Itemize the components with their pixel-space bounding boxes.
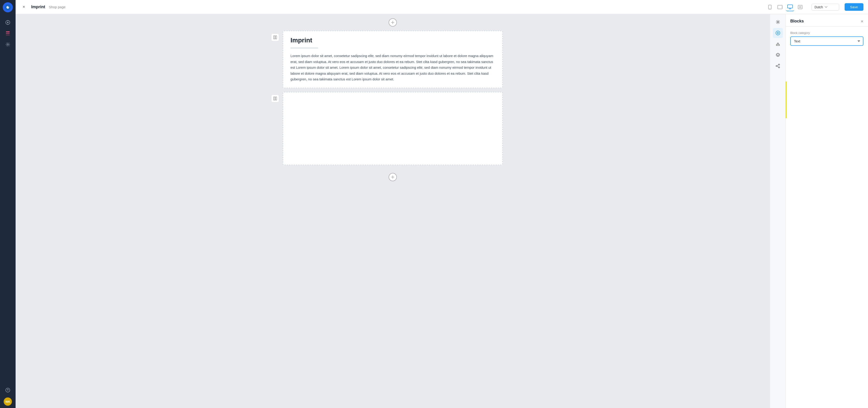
svg-point-12 [770,8,770,9]
sidebar-item-settings[interactable] [3,40,12,49]
svg-rect-7 [6,35,10,35]
top-header: × Imprint Shop page [16,0,868,14]
sidebar-item-dashboard[interactable] [3,18,12,27]
add-block-row-top [283,14,503,31]
settings-panel-button[interactable] [773,17,783,27]
sidebar-nav: WK [0,0,16,408]
blocks-panel: Blocks × Block category Text Media Layou… [785,14,868,408]
page-editor[interactable]: Imprint Lorem ipsum dolor sit amet, cons… [16,14,770,408]
block-layout-icon[interactable] [271,33,279,41]
block-body-text: Lorem ipsum dolor sit amet, consetetur s… [290,53,495,82]
svg-rect-6 [6,33,10,34]
empty-content-block [283,92,503,165]
block-divider [290,48,318,48]
save-button[interactable]: Save [845,3,863,11]
svg-point-2 [7,22,8,23]
edit-panel-button[interactable] [773,39,783,49]
add-panel-button[interactable] [773,28,783,38]
svg-point-28 [776,66,777,67]
svg-point-24 [777,21,779,23]
empty-block-toolbar [271,95,279,102]
mobile-view-button[interactable] [766,3,774,11]
close-button[interactable]: × [20,3,28,11]
svg-rect-21 [275,36,277,39]
app-logo[interactable] [3,2,13,12]
svg-rect-26 [776,44,779,45]
svg-line-30 [777,66,778,67]
blocks-panel-header: Blocks × [786,14,868,27]
page-title: Imprint [31,5,45,9]
svg-rect-5 [6,31,10,32]
add-block-row-bottom [283,169,503,185]
block-toolbar [271,33,279,41]
empty-block-layout-icon[interactable] [271,95,279,102]
device-switcher [766,3,804,11]
tablet-view-button[interactable] [776,3,784,11]
language-selector[interactable]: Dutch [812,4,839,10]
share-panel-button[interactable] [773,61,783,71]
blocks-panel-body: Block category Text Media Layout Forms [786,27,868,50]
add-block-button-bottom[interactable] [389,173,397,181]
right-icon-panel [770,14,785,408]
block-title: Imprint [290,37,495,44]
svg-point-27 [778,64,779,65]
svg-point-14 [781,7,782,7]
svg-rect-22 [274,97,275,100]
layers-panel-button[interactable] [773,50,783,60]
svg-point-8 [7,44,8,45]
svg-rect-15 [787,5,793,8]
desktop-view-button[interactable] [786,3,794,11]
sidebar-help-icon[interactable] [3,385,12,395]
svg-rect-23 [275,97,277,100]
blocks-panel-close-button[interactable]: × [861,19,863,24]
blocks-panel-title: Blocks [790,19,804,24]
page-subtitle: Shop page [49,5,66,9]
svg-point-10 [7,391,8,391]
block-category-select[interactable]: Text Media Layout Forms [790,36,863,46]
sidebar-item-pages[interactable] [3,29,12,38]
list-view-button[interactable] [796,3,804,11]
add-block-button-top[interactable] [389,18,397,27]
svg-point-29 [778,67,779,68]
svg-rect-20 [274,36,275,39]
user-avatar[interactable]: WK [4,398,12,406]
svg-line-31 [777,65,778,66]
imprint-content-block: Imprint Lorem ipsum dolor sit amet, cons… [283,31,503,88]
drag-cursor-indicator [786,81,786,118]
block-category-label: Block category [790,31,863,35]
